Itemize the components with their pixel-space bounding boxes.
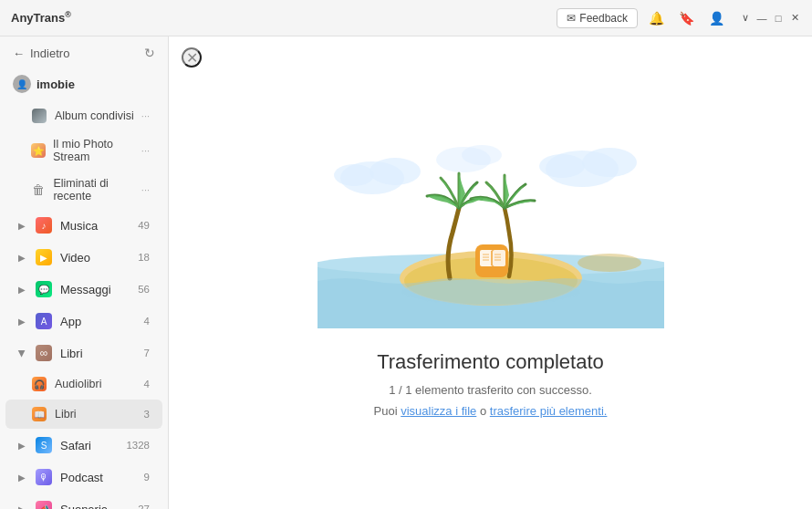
close-window-button[interactable]: ✕ — [788, 12, 801, 25]
sidebar-item-musica[interactable]: ▶ ♪ Musica 49 — [5, 210, 162, 241]
sidebar-user: 👤 imobie — [0, 69, 168, 100]
svg-point-24 — [578, 254, 641, 272]
sidebar-item-app[interactable]: ▶ A App 4 — [5, 306, 162, 337]
back-button[interactable]: ← Indietro ↻ — [0, 36, 168, 69]
view-files-link[interactable]: visualizza i file — [401, 404, 476, 418]
sidebar-item-album-condivisi[interactable]: Album condivisi ··· — [5, 101, 162, 130]
sidebar-item-libri-sub[interactable]: 📖 Libri 3 — [5, 400, 162, 429]
svg-point-8 — [462, 145, 502, 165]
title-bar: AnyTrans® ✉ Feedback 🔔 🔖 👤 ∨ — □ ✕ — [0, 0, 812, 36]
stream-menu-dots[interactable]: ··· — [141, 145, 150, 156]
libri-icon: ∞ — [36, 345, 52, 361]
success-links: Puoi visualizza i file o trasferire più … — [374, 404, 608, 418]
sidebar-item-safari[interactable]: ▶ S Safari 1328 — [5, 430, 162, 461]
back-arrow-icon: ← — [13, 47, 25, 60]
video-chevron-icon: ▶ — [18, 253, 26, 263]
sidebar-item-podcast[interactable]: ▶ 🎙 Podcast 9 — [5, 462, 162, 493]
svg-rect-15 — [480, 250, 493, 266]
album-icon — [32, 109, 47, 123]
podcast-chevron-icon: ▶ — [18, 473, 26, 483]
svg-point-2 — [370, 158, 421, 185]
stream-icon: ⭐ — [31, 143, 46, 158]
app-icon: A — [36, 313, 52, 329]
minimize-button[interactable]: — — [755, 12, 768, 25]
illustration — [318, 128, 664, 328]
video-icon: ▶ — [36, 249, 52, 265]
bell-icon[interactable]: 🔔 — [645, 9, 668, 27]
messaggi-icon: 💬 — [36, 281, 52, 297]
sidebar-item-libri[interactable]: ▶ ∞ Libri 7 — [5, 338, 162, 369]
music-icon: ♪ — [36, 217, 52, 234]
refresh-icon[interactable]: ↻ — [144, 46, 155, 60]
safari-chevron-icon: ▶ — [18, 441, 26, 451]
avatar: 👤 — [13, 75, 31, 93]
svg-point-6 — [539, 154, 585, 178]
sidebar-item-eliminati[interactable]: 🗑 Eliminati di recente ··· — [5, 171, 162, 209]
sidebar-item-audiolibri[interactable]: 🎧 Audiolibri 4 — [5, 369, 162, 399]
user-icon[interactable]: 👤 — [705, 9, 728, 27]
chevron-button[interactable]: ∨ — [739, 12, 752, 25]
safari-icon: S — [36, 437, 52, 453]
sidebar-item-messaggi[interactable]: ▶ 💬 Messaggi 56 — [5, 274, 162, 305]
main-layout: ← Indietro ↻ 👤 imobie Album condivisi ··… — [0, 36, 812, 509]
maximize-button[interactable]: □ — [772, 12, 785, 25]
sidebar-item-photo-stream[interactable]: ⭐ Il mio Photo Stream ··· — [5, 131, 162, 170]
podcast-icon: 🎙 — [36, 469, 52, 485]
app-title: AnyTrans® — [11, 10, 71, 25]
svg-point-5 — [582, 148, 637, 177]
close-panel-button[interactable]: ✕ — [182, 47, 202, 68]
window-controls: ∨ — □ ✕ — [739, 12, 801, 25]
musica-chevron-icon: ▶ — [18, 221, 26, 231]
eliminati-menu-dots[interactable]: ··· — [141, 184, 150, 195]
sidebar-item-suonerie[interactable]: ▶ 📣 Suonerie 27 — [5, 493, 162, 509]
app-chevron-icon: ▶ — [18, 317, 26, 327]
title-bar-right: ✉ Feedback 🔔 🔖 👤 ∨ — □ ✕ — [557, 8, 801, 28]
libri-sub-icon: 📖 — [32, 407, 47, 421]
success-title: Trasferimento completato — [374, 350, 608, 374]
feedback-button[interactable]: ✉ Feedback — [557, 8, 638, 28]
sidebar-item-video[interactable]: ▶ ▶ Video 18 — [5, 242, 162, 273]
bookmark-icon[interactable]: 🔖 — [675, 9, 698, 27]
trash-icon: 🗑 — [32, 182, 45, 197]
feedback-icon: ✉ — [567, 12, 576, 25]
svg-point-3 — [334, 164, 374, 186]
libri-chevron-icon: ▶ — [17, 349, 27, 357]
suonerie-icon: 📣 — [36, 501, 52, 509]
suonerie-chevron-icon: ▶ — [18, 504, 26, 510]
transfer-more-link[interactable]: trasferire più elementi. — [490, 404, 608, 418]
success-subtitle: 1 / 1 elemento trasferito con successo. — [374, 383, 608, 397]
content-area: ✕ — [169, 36, 812, 509]
album-menu-dots[interactable]: ··· — [141, 110, 150, 121]
close-icon: ✕ — [186, 49, 198, 67]
messaggi-chevron-icon: ▶ — [18, 285, 26, 295]
success-text-area: Trasferimento completato 1 / 1 elemento … — [374, 350, 608, 418]
audiolibri-icon: 🎧 — [32, 377, 47, 391]
sidebar: ← Indietro ↻ 👤 imobie Album condivisi ··… — [0, 36, 169, 509]
svg-rect-16 — [493, 250, 505, 266]
